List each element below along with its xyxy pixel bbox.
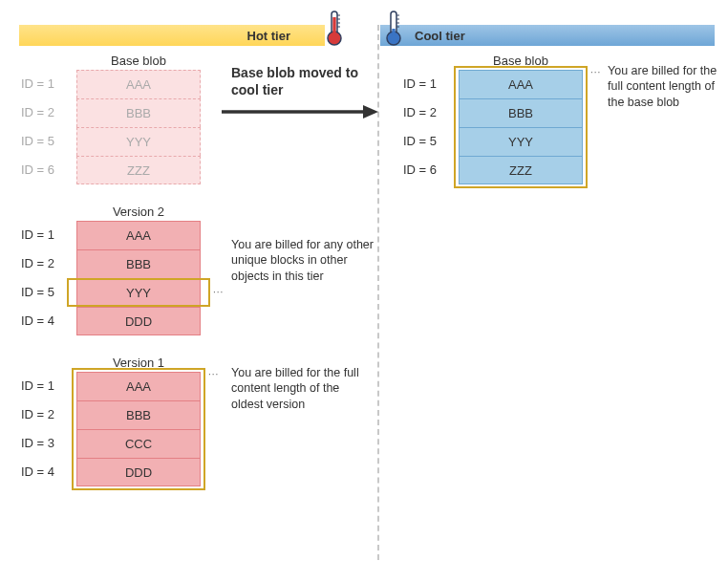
- hot-base-table: AAA BBB YYY ZZZ: [76, 70, 201, 184]
- cool-base-title: Base blob: [459, 54, 583, 68]
- block-cell: AAA: [459, 70, 583, 98]
- hot-tier-label: Hot tier: [247, 29, 291, 43]
- id-cell: ID = 1: [21, 221, 69, 249]
- arrow-label: Base blob moved to cool tier: [231, 65, 375, 98]
- block-cell: YYY: [459, 127, 583, 156]
- id-cell: ID = 6: [403, 156, 451, 184]
- thermometer-cool-icon: [384, 10, 403, 48]
- block-cell: ZZZ: [459, 156, 583, 184]
- move-arrow-icon: [220, 103, 380, 120]
- thermometer-hot-icon: [325, 10, 344, 48]
- connector-dots: ···: [213, 287, 224, 297]
- id-cell: ID = 4: [21, 458, 69, 486]
- hot-v1-table: AAA BBB CCC DDD: [76, 372, 201, 486]
- block-cell: BBB: [76, 249, 201, 278]
- hot-v2-annotation: You are billed for any other unique bloc…: [231, 237, 375, 284]
- hot-v1-title: Version 1: [76, 356, 201, 370]
- block-cell: BBB: [76, 98, 201, 127]
- id-cell: ID = 5: [21, 127, 69, 156]
- id-cell: ID = 6: [21, 156, 69, 184]
- connector-dots: ···: [590, 67, 601, 77]
- id-cell: ID = 2: [21, 98, 69, 127]
- block-cell: AAA: [76, 70, 201, 98]
- hot-v2-title: Version 2: [76, 205, 201, 219]
- block-cell: BBB: [76, 400, 201, 429]
- block-cell: ZZZ: [76, 156, 201, 184]
- id-cell: ID = 2: [21, 249, 69, 278]
- id-cell: ID = 5: [403, 127, 451, 156]
- block-cell: BBB: [459, 98, 583, 127]
- connector-dots: ···: [208, 369, 219, 379]
- id-cell: ID = 2: [403, 98, 451, 127]
- cool-tier-banner: Cool tier: [380, 25, 715, 46]
- hot-base-title: Base blob: [76, 54, 201, 68]
- svg-rect-9: [392, 29, 395, 36]
- id-cell: ID = 1: [403, 70, 451, 98]
- cool-base-ids: ID = 1 ID = 2 ID = 5 ID = 6: [403, 70, 451, 184]
- block-cell: DDD: [76, 307, 201, 335]
- id-cell: ID = 1: [21, 372, 69, 400]
- cool-base-annotation: You are billed for the full content leng…: [608, 63, 722, 110]
- block-cell: YYY: [76, 278, 201, 307]
- block-cell: CCC: [76, 429, 201, 458]
- hot-tier-banner: Hot tier: [19, 25, 325, 46]
- block-cell: YYY: [76, 127, 201, 156]
- id-cell: ID = 2: [21, 400, 69, 429]
- hot-v2-table: AAA BBB YYY DDD: [76, 221, 201, 335]
- cool-tier-label: Cool tier: [415, 29, 465, 43]
- block-cell: DDD: [76, 458, 201, 486]
- hot-v2-ids: ID = 1 ID = 2 ID = 5 ID = 4: [21, 221, 69, 335]
- block-cell: AAA: [76, 372, 201, 400]
- id-cell: ID = 3: [21, 429, 69, 458]
- cool-base-table: AAA BBB YYY ZZZ: [459, 70, 583, 184]
- svg-rect-2: [332, 17, 335, 36]
- hot-v1-ids: ID = 1 ID = 2 ID = 3 ID = 4: [21, 372, 69, 486]
- id-cell: ID = 1: [21, 70, 69, 98]
- id-cell: ID = 5: [21, 278, 69, 307]
- id-cell: ID = 4: [21, 307, 69, 335]
- hot-base-ids: ID = 1 ID = 2 ID = 5 ID = 6: [21, 70, 69, 184]
- hot-v1-annotation: You are billed for the full content leng…: [231, 365, 375, 412]
- svg-marker-15: [363, 105, 378, 119]
- block-cell: AAA: [76, 221, 201, 249]
